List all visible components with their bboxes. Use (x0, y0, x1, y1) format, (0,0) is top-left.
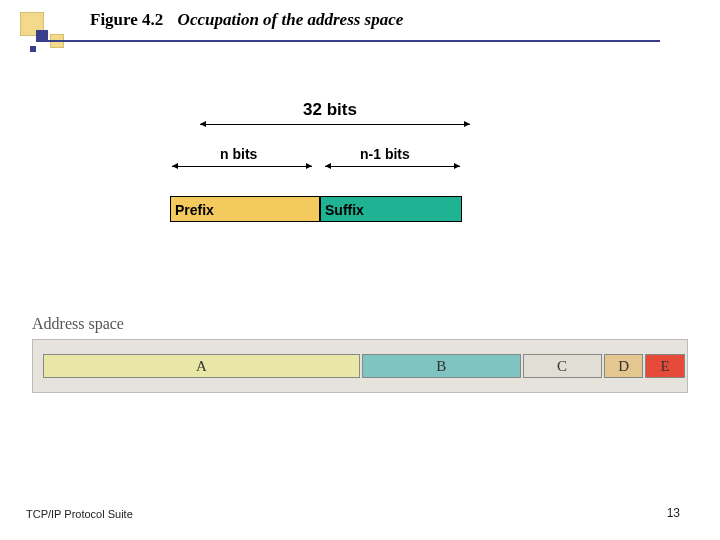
sub-ranges: n bits n-1 bits (170, 146, 490, 166)
n-minus-1-bits-range (325, 166, 460, 167)
total-bits-label: 32 bits (170, 100, 490, 120)
slide-root: Figure 4.2 Occupation of the address spa… (0, 0, 720, 540)
suffix-box: Suffix (320, 196, 462, 222)
class-B-segment: B (362, 354, 521, 378)
footer-left: TCP/IP Protocol Suite (26, 508, 133, 520)
prefix-suffix-diagram: 32 bits n bits n-1 bits Prefix Suffix (170, 100, 490, 224)
n-bits-range (172, 166, 312, 167)
address-space-title: Address space (32, 315, 688, 333)
class-A-segment: A (43, 354, 360, 378)
class-C-segment: C (523, 354, 602, 378)
n-bits-label: n bits (220, 146, 257, 162)
total-range-arrow (170, 124, 490, 126)
page-number: 13 (667, 506, 680, 520)
address-space-bar: A B C D E (32, 339, 688, 393)
slide-title: Occupation of the address space (178, 10, 404, 29)
prefix-suffix-boxes: Prefix Suffix (170, 196, 490, 224)
n-minus-1-bits-label: n-1 bits (360, 146, 410, 162)
class-D-segment: D (604, 354, 644, 378)
prefix-box: Prefix (170, 196, 320, 222)
slide-header: Figure 4.2 Occupation of the address spa… (90, 10, 403, 30)
address-space-figure: Address space A B C D E (32, 315, 688, 393)
class-E-segment: E (645, 354, 685, 378)
figure-number: Figure 4.2 (90, 10, 163, 29)
header-rule (40, 40, 660, 42)
